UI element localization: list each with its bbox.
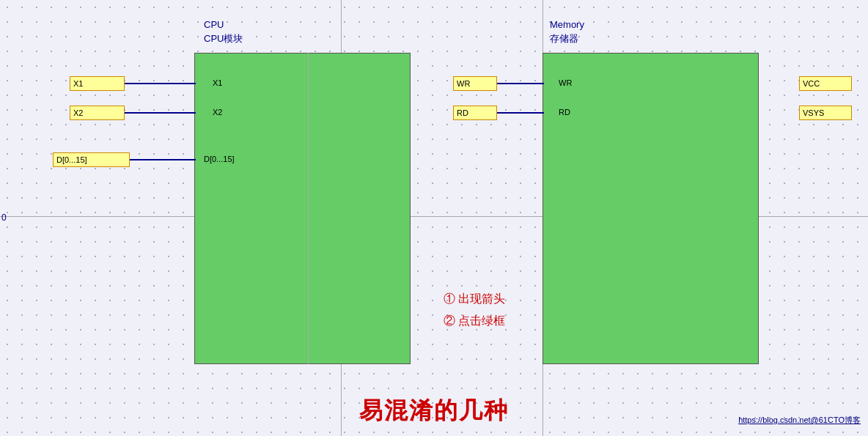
port-label-rd-inside: RD bbox=[559, 108, 570, 117]
wire-d bbox=[130, 159, 196, 160]
left-number: 0 bbox=[1, 213, 7, 223]
wire-x2 bbox=[125, 112, 196, 114]
port-label-x1-inside: X1 bbox=[213, 78, 222, 87]
memory-label-top: Memory bbox=[550, 19, 584, 30]
cpu-label-top: CPU bbox=[204, 19, 224, 30]
cpu-block[interactable] bbox=[194, 53, 411, 364]
memory-block[interactable] bbox=[542, 53, 759, 364]
port-label-d-inside: D[0...15] bbox=[204, 155, 235, 163]
port-pin-wr-ext[interactable]: WR bbox=[453, 76, 497, 91]
port-pin-x2[interactable]: X2 bbox=[70, 106, 125, 120]
port-pin-d[interactable]: D[0...15] bbox=[53, 152, 130, 167]
annotation-line1: ① 出现箭头 bbox=[444, 292, 505, 307]
port-pin-x1[interactable]: X1 bbox=[70, 76, 125, 91]
watermark: https://blog.csdn.net@61CTO博客 bbox=[738, 415, 861, 426]
bottom-text: 易混淆的几种 bbox=[359, 395, 509, 427]
port-pin-vcc[interactable]: VCC bbox=[799, 76, 852, 91]
annotation-line2: ② 点击绿框 bbox=[444, 314, 505, 329]
cpu-internal-divider bbox=[308, 53, 309, 364]
port-label-x2-inside: X2 bbox=[213, 108, 222, 117]
port-pin-vsys[interactable]: VSYS bbox=[799, 106, 852, 120]
wire-x1 bbox=[125, 83, 196, 84]
wire-rd bbox=[497, 112, 544, 114]
wire-wr bbox=[497, 83, 544, 84]
port-label-wr-inside: WR bbox=[559, 78, 572, 87]
memory-label-sub: 存储器 bbox=[550, 32, 578, 45]
cpu-label-sub: CPU模块 bbox=[204, 32, 243, 45]
port-pin-rd-ext[interactable]: RD bbox=[453, 106, 497, 120]
